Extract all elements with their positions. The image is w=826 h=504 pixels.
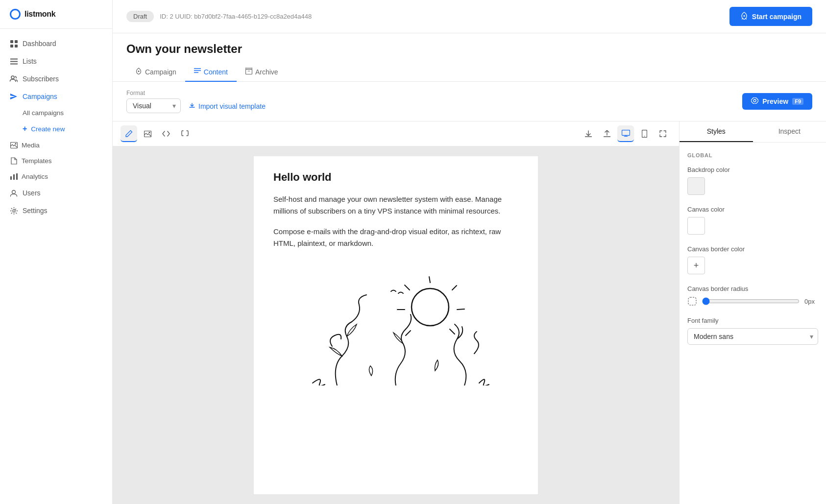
- sidebar-item-templates-label: Templates: [22, 157, 52, 165]
- format-select[interactable]: Visual Richtext HTML Markdown: [126, 98, 181, 113]
- svg-line-34: [405, 285, 410, 290]
- plus-icon: +: [23, 124, 27, 133]
- image-tool-button[interactable]: [139, 125, 156, 142]
- campaign-title-bar: Own your newsletter: [113, 33, 826, 56]
- image-icon: [144, 131, 151, 137]
- download-button[interactable]: [580, 125, 597, 142]
- svg-rect-11: [13, 174, 15, 180]
- canvas-border-radius-label: Canvas border radius: [687, 285, 818, 292]
- import-visual-template-link[interactable]: Import visual template: [189, 102, 266, 111]
- svg-line-32: [406, 331, 411, 336]
- sidebar-item-templates[interactable]: Templates: [0, 153, 112, 168]
- preview-icon: [751, 97, 758, 105]
- svg-point-26: [644, 136, 645, 137]
- sidebar-item-users[interactable]: Users: [0, 184, 112, 202]
- file-icon: [10, 157, 18, 165]
- svg-point-7: [11, 76, 14, 79]
- mobile-icon: [642, 130, 647, 138]
- svg-point-16: [138, 71, 140, 72]
- border-radius-icon: [687, 296, 697, 306]
- backdrop-color-swatch[interactable]: [687, 177, 705, 195]
- panel-tab-styles[interactable]: Styles: [680, 121, 753, 142]
- preview-button[interactable]: Preview F9: [742, 93, 812, 110]
- canvas-border-color-swatch[interactable]: +: [687, 257, 705, 274]
- canvas-color-label: Canvas color: [687, 206, 818, 213]
- bar-chart-icon: [10, 172, 18, 180]
- sidebar-item-settings[interactable]: Settings: [0, 202, 112, 219]
- archive-tab-icon: [245, 68, 252, 76]
- canvas-scroll[interactable]: Hello world Self-host and manage your ow…: [113, 146, 679, 504]
- svg-rect-1: [15, 40, 18, 43]
- settings-icon: [10, 207, 18, 215]
- svg-rect-24: [622, 130, 630, 136]
- editor-canvas-wrap: Hello world Self-host and manage your ow…: [113, 121, 679, 504]
- start-campaign-button[interactable]: Start campaign: [729, 7, 812, 26]
- sidebar-item-campaigns[interactable]: Campaigns: [0, 88, 112, 105]
- panel-tabs: Styles Inspect: [680, 121, 826, 143]
- tab-archive[interactable]: Archive: [237, 63, 287, 82]
- backdrop-color-field: Backdrop color: [687, 166, 818, 195]
- tab-content[interactable]: Content: [185, 63, 237, 82]
- logo-text: listmonk: [24, 10, 55, 19]
- user-icon: [10, 189, 18, 197]
- edit-tool-button[interactable]: [121, 125, 137, 142]
- sidebar-item-subscribers[interactable]: Subscribers: [0, 70, 112, 88]
- sidebar: listmonk Dashboard Lists Subscribers: [0, 0, 113, 504]
- svg-line-31: [450, 329, 455, 334]
- canvas-color-swatch[interactable]: [687, 217, 705, 235]
- border-radius-slider[interactable]: [702, 297, 800, 305]
- svg-point-9: [15, 143, 16, 144]
- draft-badge: Draft: [126, 11, 154, 22]
- svg-line-28: [429, 277, 430, 283]
- rocket-tab-icon: [135, 68, 142, 76]
- import-icon: [189, 102, 195, 111]
- panel-tab-inspect[interactable]: Inspect: [753, 121, 826, 142]
- list-icon: [10, 57, 18, 65]
- sidebar-item-media-label: Media: [22, 142, 40, 149]
- desktop-icon: [622, 130, 630, 137]
- main-content: Draft ID: 2 UUID: bb7d0bf2-7faa-4465-b12…: [113, 0, 826, 504]
- rocket-icon: [740, 12, 748, 21]
- svg-rect-3: [15, 45, 18, 48]
- sidebar-item-dashboard[interactable]: Dashboard: [0, 35, 112, 52]
- sidebar-item-create-new-label: Create new: [31, 125, 65, 133]
- svg-rect-35: [688, 297, 696, 305]
- upload-icon: [604, 130, 610, 138]
- svg-line-30: [457, 309, 464, 310]
- sidebar-item-lists[interactable]: Lists: [0, 52, 112, 70]
- editor-main: Hello world Self-host and manage your ow…: [113, 121, 826, 504]
- sidebar-item-analytics[interactable]: Analytics: [0, 168, 112, 184]
- braces-tool-button[interactable]: [176, 125, 193, 142]
- sidebar-item-all-campaigns[interactable]: All campaigns: [0, 105, 112, 120]
- font-family-select[interactable]: Modern sans Classic serif Monospace: [687, 328, 818, 345]
- tab-campaign[interactable]: Campaign: [126, 63, 185, 82]
- grid-icon: [10, 40, 18, 48]
- sidebar-item-lists-label: Lists: [23, 57, 37, 65]
- canvas-border-radius-field: Canvas border radius 0px: [687, 285, 818, 306]
- font-select-wrap: Modern sans Classic serif Monospace ▾: [687, 328, 818, 345]
- sidebar-item-media[interactable]: Media: [0, 137, 112, 153]
- border-radius-value: 0px: [804, 298, 818, 305]
- desktop-view-button[interactable]: [617, 125, 634, 142]
- sidebar-item-campaigns-label: Campaigns: [23, 93, 57, 100]
- svg-point-15: [743, 15, 745, 17]
- svg-rect-0: [10, 40, 13, 43]
- campaign-title: Own your newsletter: [126, 42, 812, 56]
- panel-body: GLOBAL Backdrop color Canvas color Canva…: [680, 143, 826, 504]
- font-family-label: Font family: [687, 317, 818, 324]
- code-icon: [162, 131, 170, 137]
- expand-button[interactable]: [655, 125, 671, 142]
- svg-rect-20: [245, 70, 252, 74]
- sidebar-item-all-campaigns-label: All campaigns: [23, 109, 64, 117]
- logo-icon: [10, 9, 21, 20]
- logo: listmonk: [0, 0, 112, 29]
- mobile-view-button[interactable]: [636, 125, 653, 142]
- code-tool-button[interactable]: [158, 125, 174, 142]
- campaigns-sub-nav: All campaigns + Create new: [0, 105, 112, 137]
- format-field: Format Visual Richtext HTML Markdown ▾: [126, 90, 181, 113]
- upload-button[interactable]: [599, 125, 615, 142]
- sidebar-item-analytics-label: Analytics: [22, 173, 48, 180]
- sidebar-item-create-new[interactable]: + Create new: [0, 120, 112, 137]
- tab-archive-label: Archive: [255, 68, 278, 76]
- icon-bar-right: [580, 125, 671, 142]
